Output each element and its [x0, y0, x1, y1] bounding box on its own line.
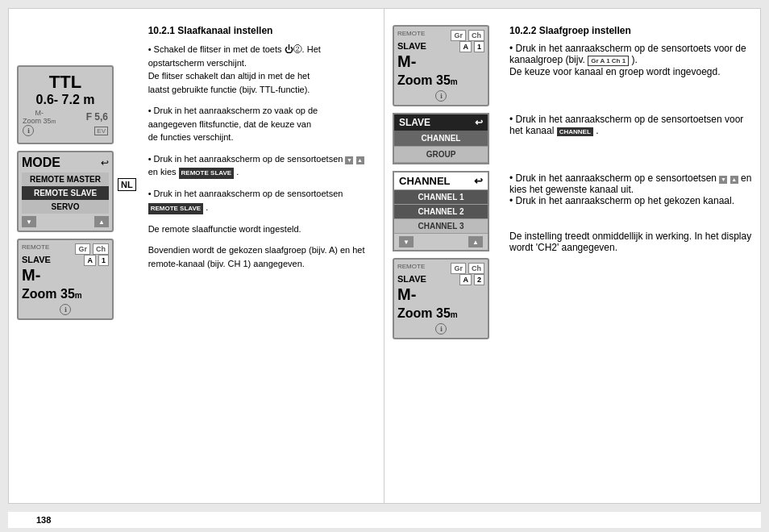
left-section-title: 10.2.1 Slaafkanaal instellen [148, 25, 376, 36]
right-para-3: • Druk in het aanraakscherm op e sensort… [509, 172, 752, 195]
slave-menu-header: SLAVE ↩ [394, 114, 488, 131]
slave-return-icon: ↩ [475, 117, 483, 128]
arrow-up[interactable]: ▲ [94, 216, 109, 227]
para-4: • Druk in het aanraakscherm op de sensor… [148, 187, 376, 214]
slave-group-item[interactable]: GROUP [394, 147, 488, 163]
mode-item-remote-master[interactable]: REMOTE MASTER [22, 172, 109, 186]
left-panel: TTL 0.6- 7.2 m M-Zoom 35m F 5,6 ℹ EV MOD… [9, 9, 384, 503]
gr-ch-row: Gr Ch [75, 243, 109, 255]
gr-value-top: A [459, 41, 472, 52]
gr-label-top: Gr [451, 30, 466, 41]
info-button[interactable]: ℹ [23, 125, 34, 136]
gr-ch-values: A 1 [84, 255, 109, 266]
slave-channel-item[interactable]: CHANNEL [394, 131, 488, 147]
slave-top-screen: REMOTE Gr Ch SLAVE A 1 M-Zoom 35m [393, 25, 489, 106]
gr-ch-values-top: A 1 [459, 41, 484, 52]
gr-a1-badge: Gr A 1 Ch 1 [588, 56, 629, 66]
right-para-1: • Druk in het aanraakscherm op de sensor… [509, 43, 752, 77]
return-icon: ↩ [101, 157, 109, 168]
slave-label-top: SLAVE [397, 41, 426, 52]
slave-sub-row-bottom: SLAVE A 2 [397, 274, 484, 285]
para-1: • Schakel de flitser in met de toets ⏻②.… [148, 43, 376, 96]
ttl-label: TTL [23, 73, 108, 91]
channel-arrow-down[interactable]: ▼ [399, 236, 414, 247]
ev-label: EV [94, 127, 108, 135]
ch-label: Ch [93, 243, 109, 255]
slave-menu-title: SLAVE [399, 117, 430, 128]
mode-arrows: ▼ ▲ [22, 216, 109, 227]
slave-small-header: REMOTE Gr Ch [22, 243, 109, 255]
para-2: • Druk in het aanraakscherm zo vaak op d… [148, 104, 376, 144]
right-device-column: REMOTE Gr Ch SLAVE A 1 M-Zoom 35m [393, 17, 497, 495]
slave-camera-top-bottom: ℹ [397, 90, 484, 102]
remote-label-top: REMOTE [397, 30, 425, 41]
slave-sub-row-top: SLAVE A 1 [397, 41, 484, 52]
remote-slave-badge-1: REMOTE SLAVE [179, 168, 235, 179]
slave-bottom-screen: REMOTE Gr Ch SLAVE A 2 M-Zoom 35m [393, 258, 489, 339]
gr-ch-row-bottom: Gr Ch [451, 263, 484, 274]
arrow-down[interactable]: ▼ [22, 216, 36, 227]
para-5: De remote slaaffunctie wordt ingesteld. [148, 222, 376, 236]
right-para-5: De instelling treedt onmiddellijk in wer… [509, 231, 752, 253]
slave-label-small: SLAVE [22, 255, 51, 266]
info-button-bottom[interactable]: ℹ [435, 323, 447, 335]
channel-badge: CHANNEL [557, 127, 593, 136]
page: TTL 0.6- 7.2 m M-Zoom 35m F 5,6 ℹ EV MOD… [8, 8, 761, 504]
slave-zoom-display: M-Zoom 35m [22, 266, 109, 301]
slave-camera-bottom: ℹ [22, 304, 109, 315]
mode-screen: MODE ↩ REMOTE MASTER REMOTE SLAVE SERVO … [17, 151, 114, 232]
para-6: Bovendien wordt de gekozen slaafgroep (b… [148, 243, 376, 270]
ch-value-bottom: 2 [474, 274, 484, 285]
slave-menu-screen: SLAVE ↩ CHANNEL GROUP [393, 113, 489, 164]
mode-header: MODE ↩ [22, 156, 109, 170]
right-para-4: • Druk in het aanraakscherm op het gekoz… [509, 195, 752, 206]
channel-return-icon: ↩ [474, 175, 483, 187]
ttl-screen: TTL 0.6- 7.2 m M-Zoom 35m F 5,6 ℹ EV [17, 65, 114, 144]
right-text-column: 10.2.2 Slaafgroep instellen • Druk in he… [497, 17, 752, 495]
channel-arrows: ▼ ▲ [394, 234, 488, 250]
fstop-label: F 5,6 [86, 111, 108, 123]
ch-label-top: Ch [468, 30, 484, 41]
right-para-2: • Druk in het aanraakscherm op de sensor… [509, 114, 752, 136]
ch-value: 1 [98, 255, 109, 266]
channel-arrow-up[interactable]: ▲ [468, 236, 483, 247]
right-section-title: 10.2.2 Slaafgroep instellen [509, 25, 752, 36]
mode-item-servo[interactable]: SERVO [22, 200, 109, 214]
channel-2-item[interactable]: CHANNEL 2 [394, 205, 488, 219]
left-text-column: 10.2.1 Slaafkanaal instellen • Schakel d… [136, 17, 376, 495]
gr-label: Gr [75, 243, 90, 255]
channel-1-item[interactable]: CHANNEL 1 [394, 190, 488, 205]
gr-value-bottom: A [459, 274, 472, 285]
nl-label: NL [118, 178, 136, 191]
left-device-column: TTL 0.6- 7.2 m M-Zoom 35m F 5,6 ℹ EV MOD… [17, 17, 122, 495]
slave-zoom-top: M-Zoom 35m [397, 52, 484, 88]
channel-3-item[interactable]: CHANNEL 3 [394, 219, 488, 234]
gr-label-bottom: Gr [451, 263, 466, 274]
remote-slave-badge-2: REMOTE SLAVE [148, 203, 204, 214]
remote-label-bottom: REMOTE [397, 263, 425, 274]
slave-top-header: REMOTE Gr Ch [397, 30, 484, 41]
channel-menu-title: CHANNEL [399, 175, 451, 187]
mode-title: MODE [22, 156, 60, 170]
gr-ch-values-bottom: A 2 [459, 274, 484, 285]
slave-zoom-bottom: M-Zoom 35m [397, 285, 484, 321]
range-label: 0.6- 7.2 m [23, 93, 108, 107]
para-3: • Druk in het aanraakscherm op de sensor… [148, 152, 376, 180]
slave-camera-bottom-bottom: ℹ [397, 323, 484, 335]
slave-label-bottom: SLAVE [397, 274, 426, 285]
gr-value: A [84, 255, 96, 266]
ch-value-top: 1 [474, 41, 484, 52]
right-panel: REMOTE Gr Ch SLAVE A 1 M-Zoom 35m [384, 9, 760, 503]
mode-item-remote-slave[interactable]: REMOTE SLAVE [22, 186, 109, 200]
slave-sub-row: SLAVE A 1 [22, 255, 109, 266]
channel-menu-screen: CHANNEL ↩ CHANNEL 1 CHANNEL 2 CHANNEL 3 … [393, 171, 489, 251]
remote-label-small: REMOTE [22, 243, 49, 255]
page-number: 138 [24, 511, 63, 529]
slave-small-screen: REMOTE Gr Ch SLAVE A 1 M-Zoom 35m [17, 239, 114, 320]
info-button-top[interactable]: ℹ [435, 90, 447, 102]
ttl-bottom-row: ℹ EV [23, 125, 108, 136]
zoom-label: M-Zoom 35m [23, 109, 56, 125]
channel-menu-header: CHANNEL ↩ [394, 172, 488, 190]
gr-ch-row-top: Gr Ch [451, 30, 484, 41]
info-button-slave[interactable]: ℹ [60, 304, 71, 315]
